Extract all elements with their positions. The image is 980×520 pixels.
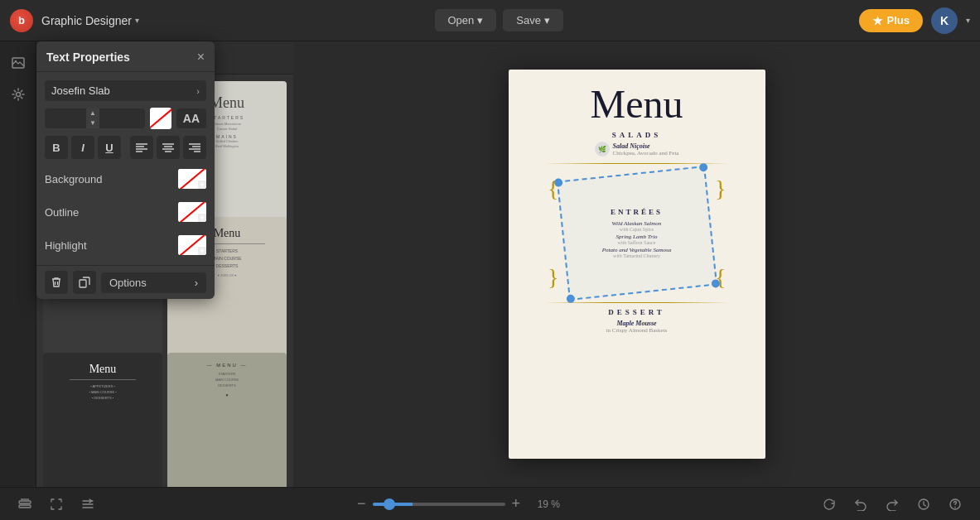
save-button[interactable]: Save ▾ <box>503 9 563 31</box>
app-name-chevron: ▾ <box>135 16 139 25</box>
app-logo: b <box>10 9 33 32</box>
options-arrow: › <box>195 277 198 289</box>
help-icon[interactable] <box>944 493 967 516</box>
save-label: Save <box>516 14 541 26</box>
outline-row: Outline ▼ <box>45 199 206 225</box>
outline-label: Outline <box>45 206 79 219</box>
salad-nicoise: Salad Niçoise <box>613 142 679 150</box>
canvas-document: Menu SALADS 🌿 Salad Niçoise Chickpea, Av… <box>509 70 765 459</box>
avatar-initial: K <box>940 14 949 27</box>
left-icon-sidebar <box>0 41 36 487</box>
dessert-1-sub: in Crispy Almond Baskets <box>606 327 668 334</box>
image-panel-icon[interactable] <box>5 50 31 76</box>
bold-button[interactable]: B <box>45 136 68 159</box>
zoom-out-button[interactable]: − <box>357 495 366 513</box>
plus-star-icon: ★ <box>872 14 883 27</box>
svg-rect-19 <box>19 505 31 508</box>
entree-3-sub: with Tamarind Chutney <box>613 253 660 258</box>
zoom-percentage: 19 % <box>527 498 560 510</box>
topbar: b Graphic Designer ▾ Open ▾ Save ▾ ★ Plu… <box>0 0 980 41</box>
svg-rect-18 <box>19 501 31 503</box>
salad-desc: Chickpea, Avocado and Feta <box>613 150 679 156</box>
entree-1: Wild Alaskan Salmon <box>612 220 662 227</box>
undo-icon[interactable] <box>849 493 872 516</box>
svg-point-23 <box>954 506 956 508</box>
bottom-bar: − + 19 % <box>0 487 980 520</box>
text-props-close-button[interactable]: × <box>197 50 205 65</box>
align-center-button[interactable] <box>157 136 180 159</box>
text-props-title: Text Properties <box>46 51 130 64</box>
background-label: Background <box>45 173 102 185</box>
salads-heading: SALADS <box>612 131 662 139</box>
align-left-button[interactable] <box>130 136 153 159</box>
text-properties-panel: Text Properties × Josefin Slab › ▲ ▼ AA <box>36 41 215 299</box>
dessert-heading: DESSERT <box>608 308 665 316</box>
highlight-label: Highlight <box>45 239 87 252</box>
doc-title: Menu <box>591 84 683 124</box>
plus-button[interactable]: ★ Plus <box>859 9 923 32</box>
zoom-slider[interactable] <box>373 503 505 506</box>
topbar-right: ★ Plus K ▾ <box>859 7 970 34</box>
bottom-right-tools <box>818 493 967 516</box>
duplicate-button[interactable] <box>73 271 96 294</box>
app-name-dropdown[interactable]: Graphic Designer ▾ <box>41 14 139 27</box>
font-name: Josefin Slab <box>51 84 110 97</box>
bottom-tools: Options › <box>36 265 215 299</box>
outline-swatch[interactable]: ▼ <box>178 202 206 222</box>
entrees-heading: ENTRÉES <box>611 208 663 216</box>
background-swatch[interactable]: ▼ <box>178 169 206 189</box>
dessert-1: Maple Mousse <box>616 320 656 327</box>
size-down-button[interactable]: ▼ <box>86 118 99 128</box>
entree-2-sub: with Saffron Sauce <box>618 240 656 245</box>
expand-icon[interactable] <box>76 493 99 516</box>
entree-1-sub: with Cajun Spice <box>620 227 654 232</box>
svg-rect-17 <box>80 280 86 287</box>
template-item-6[interactable]: — MENU — STARTERSMAIN COURSEDESSERTS ♥ <box>167 353 287 487</box>
size-up-button[interactable]: ▲ <box>86 108 99 118</box>
avatar-chevron[interactable]: ▾ <box>966 16 970 25</box>
entree-2: Spring Lamb Trio <box>616 234 658 240</box>
options-label: Options <box>109 277 147 289</box>
save-chevron: ▾ <box>544 14 550 26</box>
open-chevron: ▾ <box>477 14 483 26</box>
zoom-in-button[interactable]: + <box>512 495 521 513</box>
font-size-input[interactable] <box>45 109 86 128</box>
delete-button[interactable] <box>45 271 68 294</box>
main-area: ‹ MENUS Menu SALADS Salad NiçoiseChickpe… <box>0 41 980 487</box>
layers-icon[interactable] <box>13 493 36 516</box>
fullscreen-icon[interactable] <box>45 493 68 516</box>
entree-3: Potato and Vegetable Samosa <box>602 247 671 253</box>
svg-point-2 <box>16 93 20 97</box>
align-right-button[interactable] <box>183 136 206 159</box>
font-selector[interactable]: Josefin Slab › <box>45 80 206 101</box>
logo-text: b <box>18 14 25 26</box>
size-stepper: ▲ ▼ <box>86 108 99 128</box>
bottom-left-tools <box>13 493 99 516</box>
size-input-wrap: ▲ ▼ <box>45 108 145 128</box>
open-label: Open <box>448 14 475 26</box>
plus-label: Plus <box>887 14 910 26</box>
highlight-swatch[interactable]: ▼ <box>178 235 206 255</box>
refresh-icon[interactable] <box>818 493 841 516</box>
avatar[interactable]: K <box>931 7 958 34</box>
zoom-controls: − + 19 % <box>357 495 560 513</box>
svg-point-1 <box>14 60 16 62</box>
font-color-swatch[interactable] <box>150 108 171 129</box>
text-props-header: Text Properties × <box>36 41 215 72</box>
text-props-body: Josefin Slab › ▲ ▼ AA B I U <box>36 72 215 265</box>
highlight-row: Highlight ▼ <box>45 232 206 258</box>
aa-button[interactable]: AA <box>176 108 206 128</box>
italic-button[interactable]: I <box>71 136 94 159</box>
history-icon[interactable] <box>912 493 935 516</box>
open-button[interactable]: Open ▾ <box>435 9 497 31</box>
font-selector-arrow: › <box>196 86 200 96</box>
canvas-area[interactable]: Menu SALADS 🌿 Salad Niçoise Chickpea, Av… <box>293 41 980 487</box>
topbar-center: Open ▾ Save ▾ <box>147 9 851 31</box>
options-button[interactable]: Options › <box>101 272 206 293</box>
settings-panel-icon[interactable] <box>5 81 31 108</box>
background-row: Background ▼ <box>45 166 206 192</box>
text-style-row: B I U <box>45 136 206 159</box>
redo-icon[interactable] <box>881 493 904 516</box>
template-item-5[interactable]: Menu • APPETIZERS •• MAIN COURSE •• DESS… <box>43 353 162 487</box>
underline-button[interactable]: U <box>98 136 121 159</box>
